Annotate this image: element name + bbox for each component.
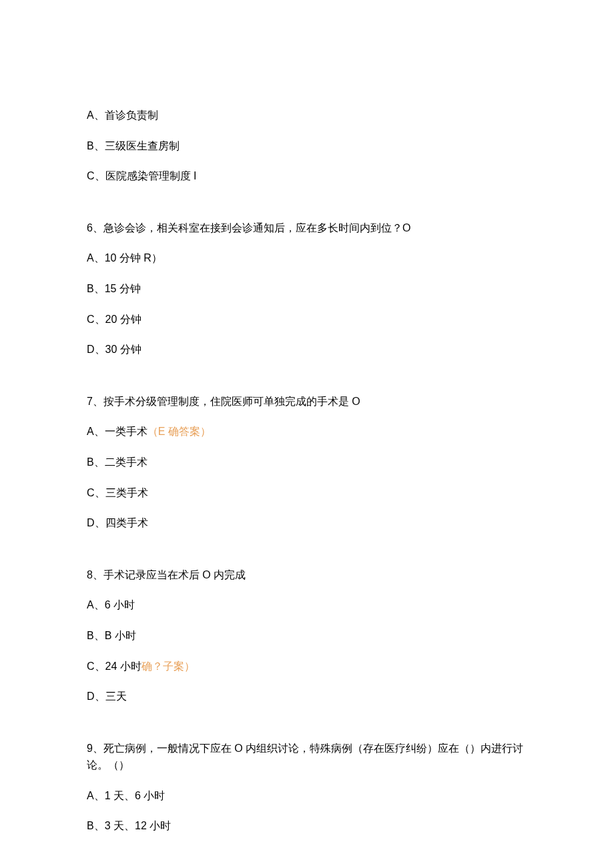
line-text: B、三级医生查房制: [87, 140, 180, 151]
option-line: B、15 分钟: [87, 280, 527, 298]
line-text: D、三天: [87, 691, 127, 702]
line-text: B、二类手术: [87, 456, 147, 468]
question-line: 6、急诊会诊，相关科室在接到会诊通知后，应在多长时间内到位？O: [87, 220, 527, 237]
option-line: A、一类手术（E 确答案）: [87, 423, 527, 440]
option-line: D、三天: [87, 688, 527, 705]
option-line: A、1 天、6 小时: [87, 787, 527, 805]
line-text: D、30 分钟: [87, 344, 141, 355]
line-text: B、15 分钟: [87, 283, 141, 294]
line-text: C、三类手术: [87, 487, 148, 498]
line-text: C、20 分钟: [87, 314, 141, 325]
line-text: A、6 小时: [87, 599, 135, 610]
option-line: A、6 小时: [87, 596, 527, 614]
option-line: C、医院感染管理制度 I: [87, 167, 527, 185]
document-page: A、首诊负责制B、三级医生查房制C、医院感染管理制度 I6、急诊会诊，相关科室在…: [0, 0, 614, 868]
line-text: D、四类手术: [87, 517, 148, 528]
line-text: 7、按手术分级管理制度，住院医师可单独完成的手术是 O: [87, 396, 360, 407]
line-text: C、医院感染管理制度 I: [87, 170, 196, 181]
option-line: D、30 分钟: [87, 341, 527, 358]
line-text: A、1 天、6 小时: [87, 790, 165, 801]
line-text: B、3 天、12 小时: [87, 820, 171, 831]
option-line: D、四类手术: [87, 514, 527, 532]
option-line: A、10 分钟 R）: [87, 250, 527, 267]
line-text: 6、急诊会诊，相关科室在接到会诊通知后，应在多长时间内到位？O: [87, 222, 410, 234]
option-line: C、三类手术: [87, 484, 527, 502]
line-text: B、B 小时: [87, 630, 136, 641]
line-text: A、10 分钟 R）: [87, 252, 162, 264]
line-text: 8、手术记录应当在术后 O 内完成: [87, 569, 246, 580]
option-line: B、二类手术: [87, 454, 527, 471]
option-line: A、首诊负责制: [87, 107, 527, 124]
answer-note: 确？子案）: [141, 661, 195, 672]
line-text: A、首诊负责制: [87, 109, 158, 121]
option-line: B、B 小时: [87, 627, 527, 644]
question-line: 9、死亡病例，一般情况下应在 O 内组织讨论，特殊病例（存在医疗纠纷）应在（）内…: [87, 740, 527, 774]
line-text: 9、死亡病例，一般情况下应在 O 内组织讨论，特殊病例（存在医疗纠纷）应在（）内…: [87, 743, 523, 771]
question-line: 7、按手术分级管理制度，住院医师可单独完成的手术是 O: [87, 393, 527, 410]
line-text: A、一类手术: [87, 426, 147, 437]
answer-note: （E 确答案）: [147, 426, 211, 437]
option-line: B、3 天、12 小时: [87, 817, 527, 835]
option-line: C、20 分钟: [87, 311, 527, 328]
question-line: 8、手术记录应当在术后 O 内完成: [87, 566, 527, 584]
option-line: C、24 小时确？子案）: [87, 658, 527, 675]
line-text: C、24 小时: [87, 661, 141, 672]
option-line: B、三级医生查房制: [87, 137, 527, 155]
